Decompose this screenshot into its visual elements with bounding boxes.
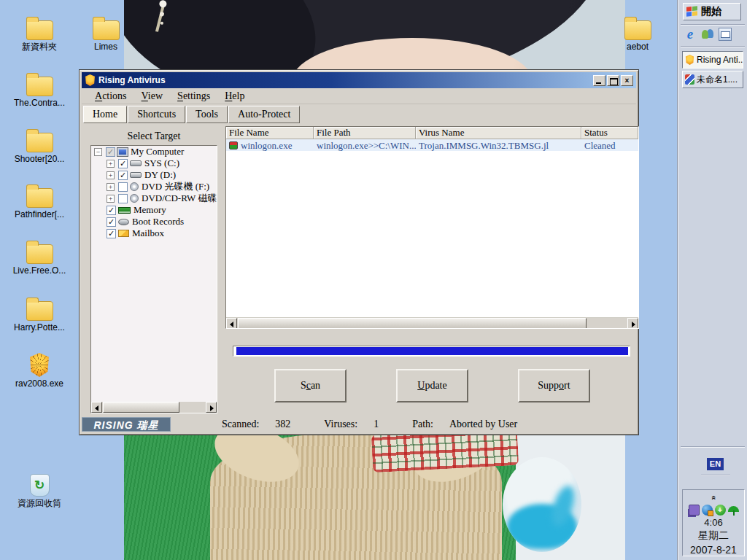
- scroll-right-arrow[interactable]: [627, 318, 638, 329]
- checkbox[interactable]: [118, 194, 128, 203]
- cd-icon: [130, 182, 139, 191]
- desktop-icon-label: Limes: [78, 42, 133, 52]
- scroll-right-arrow[interactable]: [206, 402, 217, 413]
- tab-tools[interactable]: Tools: [186, 106, 228, 123]
- taskbar: 開始 e Rising Anti... 未命名1.... EN « + 4:06…: [677, 0, 747, 560]
- rising-antivirus-window: Rising Antivirus × ActionsViewSettingsHe…: [79, 69, 639, 435]
- outlook-express-icon[interactable]: [719, 28, 732, 41]
- column-header-file-name[interactable]: File Name: [226, 127, 314, 139]
- desktop-icon-Pathfinder[...[interactable]: Pathfinder[...: [12, 184, 67, 219]
- desktop-icon-label: Live.Free.O...: [12, 266, 67, 276]
- scan-result-list: File NameFile PathVirus NameStatus winlo…: [225, 126, 639, 329]
- wallpaper-blue-circle: [503, 457, 581, 552]
- checkbox[interactable]: ✓: [107, 217, 116, 227]
- network-globe-icon[interactable]: [702, 505, 713, 516]
- column-header-status[interactable]: Status: [581, 127, 638, 139]
- language-indicator[interactable]: EN: [707, 458, 724, 470]
- desktop-icon-新資料夾[interactable]: 新資料夾: [12, 16, 67, 52]
- desktop-icon-rav2008.exe[interactable]: rav2008.exe: [12, 353, 67, 389]
- rising-monitor-icon[interactable]: +: [715, 505, 726, 516]
- title-bar[interactable]: Rising Antivirus ×: [82, 72, 636, 88]
- tree-node[interactable]: ✓Mailbox: [91, 228, 217, 239]
- window-title: Rising Antivirus: [98, 75, 593, 85]
- start-button-label: 開始: [701, 5, 721, 18]
- checkbox[interactable]: ✓: [107, 229, 116, 238]
- checkbox[interactable]: ✓: [106, 147, 115, 157]
- desktop-icon-資源回收筒[interactable]: ↻資源回收筒: [12, 474, 67, 508]
- menu-settings[interactable]: Settings: [170, 89, 217, 104]
- desktop-icon-Shooter[20...[interactable]: Shooter[20...: [12, 128, 67, 164]
- firewall-umbrella-icon[interactable]: [728, 505, 739, 516]
- messenger-blocks-icon[interactable]: [689, 505, 700, 516]
- internet-explorer-icon[interactable]: e: [684, 28, 697, 41]
- folder-icon: [26, 20, 53, 40]
- desktop-icon-aebot[interactable]: aebot: [610, 16, 665, 52]
- column-header-file-path[interactable]: File Path: [314, 127, 416, 139]
- expand-icon[interactable]: +: [107, 183, 115, 191]
- tab-shortcuts[interactable]: Shortcuts: [128, 106, 185, 123]
- tab-auto-protect[interactable]: Auto-Protect: [228, 106, 300, 123]
- path-value: Aborted by User: [449, 419, 517, 430]
- checkbox[interactable]: ✓: [118, 171, 128, 180]
- list-horizontal-scrollbar[interactable]: [226, 317, 638, 328]
- folder-icon: [26, 77, 53, 96]
- tree-node[interactable]: ✓Memory: [91, 204, 217, 216]
- desktop-icon-Live.Free.O...[interactable]: Live.Free.O...: [12, 240, 67, 276]
- messenger-icon[interactable]: [701, 28, 714, 41]
- boot-icon: [118, 219, 129, 225]
- rising-lion-icon: [685, 55, 694, 65]
- quick-launch-bar: e: [684, 28, 732, 41]
- tree-node[interactable]: −✓My Computer: [91, 146, 217, 158]
- menu-view[interactable]: View: [134, 89, 171, 104]
- virus-result-row[interactable]: winlogon.exewinlogon.exe>>C:\WIN...Troja…: [226, 139, 638, 151]
- checkbox[interactable]: ✓: [118, 159, 128, 168]
- minimize-button[interactable]: [593, 75, 605, 86]
- desktop-icon-Harry.Potte...[interactable]: Harry.Potte...: [12, 297, 67, 332]
- column-header-virus-name[interactable]: Virus Name: [416, 127, 581, 139]
- scrollbar-thumb[interactable]: [238, 318, 587, 329]
- checkbox[interactable]: [118, 182, 128, 192]
- desktop-icon-label: Harry.Potte...: [12, 323, 67, 332]
- menu-actions[interactable]: Actions: [88, 89, 134, 104]
- computer-icon: [117, 148, 128, 156]
- cell-file-path: winlogon.exe>>C:\WIN...: [314, 139, 416, 151]
- update-button[interactable]: Update: [396, 369, 468, 402]
- tray-expand-chevron-icon[interactable]: «: [711, 495, 717, 499]
- tray-icon-row: +: [683, 503, 744, 516]
- taskbar-item-untitled[interactable]: 未命名1....: [682, 71, 743, 88]
- tree-node[interactable]: ✓Boot Records: [91, 216, 217, 228]
- expand-icon[interactable]: +: [107, 171, 115, 179]
- support-button[interactable]: Support: [518, 369, 590, 402]
- desktop-icon-The.Contra...[interactable]: The.Contra...: [12, 72, 67, 108]
- close-button[interactable]: ×: [621, 75, 633, 86]
- scrollbar-thumb[interactable]: [103, 402, 179, 413]
- wallpaper-jacket: [124, 434, 625, 560]
- tree-node[interactable]: +✓DY (D:): [91, 169, 217, 181]
- clock-weekday: 星期二: [683, 529, 744, 542]
- checkbox[interactable]: ✓: [107, 206, 116, 215]
- desktop: 新資料夾LimesThe.Contra...Shooter[20...Pathf…: [0, 0, 747, 560]
- recycle-arrows-icon: ↻: [34, 478, 44, 492]
- expand-icon[interactable]: +: [107, 160, 115, 168]
- taskbar-item-rising-antivirus[interactable]: Rising Anti...: [682, 51, 743, 69]
- expand-icon[interactable]: +: [107, 195, 115, 203]
- tree-node[interactable]: +✓SYS (C:): [91, 158, 217, 169]
- status-bar: RISING 瑞星 Scanned: 382 Viruses: 1 Path: …: [82, 416, 636, 432]
- start-button[interactable]: 開始: [683, 3, 741, 20]
- scan-button[interactable]: Scan: [274, 369, 347, 402]
- collapse-icon[interactable]: −: [94, 148, 102, 156]
- tab-home[interactable]: Home: [83, 106, 127, 123]
- folder-icon: [26, 133, 53, 152]
- tree-horizontal-scrollbar[interactable]: [91, 402, 217, 413]
- maximize-button[interactable]: [607, 75, 619, 86]
- tree-node[interactable]: +DVD 光碟機 (F:): [91, 181, 217, 192]
- desktop-icon-Limes[interactable]: Limes: [78, 16, 133, 52]
- menu-help[interactable]: Help: [217, 89, 252, 104]
- list-header-row: File NameFile PathVirus NameStatus: [226, 127, 638, 139]
- cell-file-name: winlogon.exe: [226, 139, 314, 151]
- scroll-left-arrow[interactable]: [91, 402, 102, 413]
- viruses-label: Viruses:: [324, 419, 357, 430]
- scroll-left-arrow[interactable]: [226, 318, 237, 329]
- tree-node[interactable]: +DVD/CD-RW 磁碟機: [91, 192, 217, 204]
- tree-label: DVD/CD-RW 磁碟機: [142, 192, 217, 205]
